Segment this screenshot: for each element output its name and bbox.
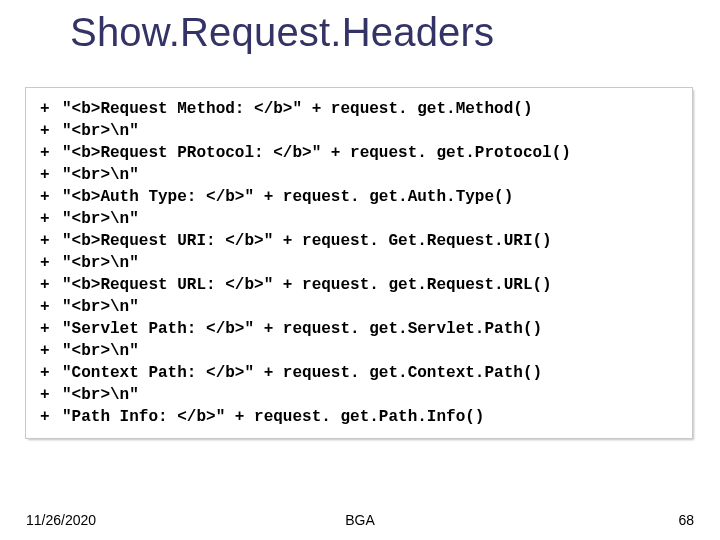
code-text: "<b>Request Method: </b>" + request. get… <box>62 98 678 120</box>
code-line: +"<b>Request URI: </b>" + request. Get.R… <box>40 230 678 252</box>
code-text: "<br>\n" <box>62 252 678 274</box>
code-text: "<b>Request PRotocol: </b>" + request. g… <box>62 142 678 164</box>
code-line: +"Servlet Path: </b>" + request. get.Ser… <box>40 318 678 340</box>
code-text: "<br>\n" <box>62 120 678 142</box>
code-line: +"<br>\n" <box>40 296 678 318</box>
code-line: +"<br>\n" <box>40 120 678 142</box>
bullet-plus: + <box>40 208 62 230</box>
footer-page: 68 <box>678 512 694 528</box>
bullet-plus: + <box>40 164 62 186</box>
bullet-plus: + <box>40 120 62 142</box>
slide-title: Show.Request.Headers <box>70 10 494 55</box>
bullet-plus: + <box>40 296 62 318</box>
code-line: +"<br>\n" <box>40 340 678 362</box>
code-text: "<br>\n" <box>62 340 678 362</box>
code-text: "Context Path: </b>" + request. get.Cont… <box>62 362 678 384</box>
code-line: +"<br>\n" <box>40 384 678 406</box>
bullet-plus: + <box>40 186 62 208</box>
code-line: +"Path Info: </b>" + request. get.Path.I… <box>40 406 678 428</box>
bullet-plus: + <box>40 318 62 340</box>
code-line: +"<b>Auth Type: </b>" + request. get.Aut… <box>40 186 678 208</box>
footer-center: BGA <box>0 512 720 528</box>
footer: 11/26/2020 BGA 68 <box>0 508 720 528</box>
bullet-plus: + <box>40 142 62 164</box>
bullet-plus: + <box>40 384 62 406</box>
code-text: "<b>Auth Type: </b>" + request. get.Auth… <box>62 186 678 208</box>
code-line: +"<b>Request Method: </b>" + request. ge… <box>40 98 678 120</box>
code-line: +"<br>\n" <box>40 164 678 186</box>
code-text: "<br>\n" <box>62 384 678 406</box>
code-line: +"<b>Request URL: </b>" + request. get.R… <box>40 274 678 296</box>
slide: Show.Request.Headers +"<b>Request Method… <box>0 0 720 540</box>
code-text: "<br>\n" <box>62 164 678 186</box>
bullet-plus: + <box>40 274 62 296</box>
code-text: "<br>\n" <box>62 208 678 230</box>
code-line: +"<b>Request PRotocol: </b>" + request. … <box>40 142 678 164</box>
code-text: "<b>Request URL: </b>" + request. get.Re… <box>62 274 678 296</box>
code-line: +"Context Path: </b>" + request. get.Con… <box>40 362 678 384</box>
bullet-plus: + <box>40 230 62 252</box>
code-text: "<br>\n" <box>62 296 678 318</box>
bullet-plus: + <box>40 98 62 120</box>
code-line: +"<br>\n" <box>40 208 678 230</box>
code-text: "<b>Request URI: </b>" + request. Get.Re… <box>62 230 678 252</box>
bullet-plus: + <box>40 252 62 274</box>
bullet-plus: + <box>40 406 62 428</box>
code-text: "Servlet Path: </b>" + request. get.Serv… <box>62 318 678 340</box>
bullet-plus: + <box>40 340 62 362</box>
code-text: "Path Info: </b>" + request. get.Path.In… <box>62 406 678 428</box>
code-box: +"<b>Request Method: </b>" + request. ge… <box>26 88 692 438</box>
bullet-plus: + <box>40 362 62 384</box>
code-line: +"<br>\n" <box>40 252 678 274</box>
